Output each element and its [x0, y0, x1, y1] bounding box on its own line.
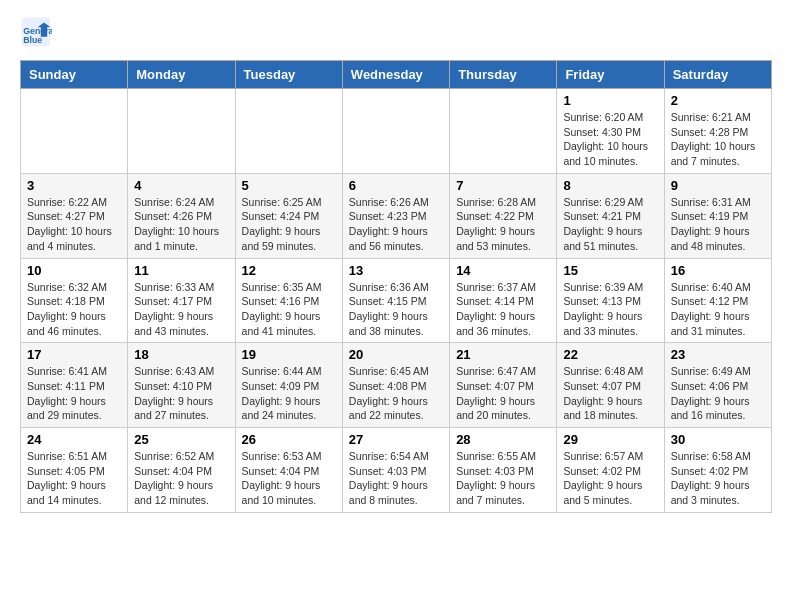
week-row-2: 3Sunrise: 6:22 AM Sunset: 4:27 PM Daylig… — [21, 173, 772, 258]
day-number: 7 — [456, 178, 550, 193]
day-number: 26 — [242, 432, 336, 447]
calendar-table: SundayMondayTuesdayWednesdayThursdayFrid… — [20, 60, 772, 513]
day-info: Sunrise: 6:48 AM Sunset: 4:07 PM Dayligh… — [563, 364, 657, 423]
day-number: 22 — [563, 347, 657, 362]
calendar-cell — [342, 89, 449, 174]
calendar-cell: 12Sunrise: 6:35 AM Sunset: 4:16 PM Dayli… — [235, 258, 342, 343]
calendar-cell: 27Sunrise: 6:54 AM Sunset: 4:03 PM Dayli… — [342, 428, 449, 513]
day-info: Sunrise: 6:36 AM Sunset: 4:15 PM Dayligh… — [349, 280, 443, 339]
day-number: 29 — [563, 432, 657, 447]
calendar-cell: 6Sunrise: 6:26 AM Sunset: 4:23 PM Daylig… — [342, 173, 449, 258]
week-row-5: 24Sunrise: 6:51 AM Sunset: 4:05 PM Dayli… — [21, 428, 772, 513]
day-number: 20 — [349, 347, 443, 362]
day-number: 11 — [134, 263, 228, 278]
calendar-cell — [128, 89, 235, 174]
calendar-cell: 23Sunrise: 6:49 AM Sunset: 4:06 PM Dayli… — [664, 343, 771, 428]
calendar-cell: 3Sunrise: 6:22 AM Sunset: 4:27 PM Daylig… — [21, 173, 128, 258]
calendar-cell: 4Sunrise: 6:24 AM Sunset: 4:26 PM Daylig… — [128, 173, 235, 258]
day-info: Sunrise: 6:20 AM Sunset: 4:30 PM Dayligh… — [563, 110, 657, 169]
day-info: Sunrise: 6:54 AM Sunset: 4:03 PM Dayligh… — [349, 449, 443, 508]
day-number: 25 — [134, 432, 228, 447]
day-number: 3 — [27, 178, 121, 193]
week-row-1: 1Sunrise: 6:20 AM Sunset: 4:30 PM Daylig… — [21, 89, 772, 174]
day-number: 16 — [671, 263, 765, 278]
calendar-cell: 14Sunrise: 6:37 AM Sunset: 4:14 PM Dayli… — [450, 258, 557, 343]
day-info: Sunrise: 6:45 AM Sunset: 4:08 PM Dayligh… — [349, 364, 443, 423]
calendar-cell: 7Sunrise: 6:28 AM Sunset: 4:22 PM Daylig… — [450, 173, 557, 258]
day-info: Sunrise: 6:37 AM Sunset: 4:14 PM Dayligh… — [456, 280, 550, 339]
calendar-cell: 18Sunrise: 6:43 AM Sunset: 4:10 PM Dayli… — [128, 343, 235, 428]
day-info: Sunrise: 6:24 AM Sunset: 4:26 PM Dayligh… — [134, 195, 228, 254]
calendar-cell: 2Sunrise: 6:21 AM Sunset: 4:28 PM Daylig… — [664, 89, 771, 174]
day-number: 10 — [27, 263, 121, 278]
calendar-cell: 16Sunrise: 6:40 AM Sunset: 4:12 PM Dayli… — [664, 258, 771, 343]
day-number: 5 — [242, 178, 336, 193]
weekday-header-sunday: Sunday — [21, 61, 128, 89]
calendar-cell: 9Sunrise: 6:31 AM Sunset: 4:19 PM Daylig… — [664, 173, 771, 258]
calendar-cell: 19Sunrise: 6:44 AM Sunset: 4:09 PM Dayli… — [235, 343, 342, 428]
day-number: 2 — [671, 93, 765, 108]
day-info: Sunrise: 6:25 AM Sunset: 4:24 PM Dayligh… — [242, 195, 336, 254]
weekday-header-row: SundayMondayTuesdayWednesdayThursdayFrid… — [21, 61, 772, 89]
day-number: 30 — [671, 432, 765, 447]
svg-text:Blue: Blue — [23, 35, 42, 45]
calendar-cell: 25Sunrise: 6:52 AM Sunset: 4:04 PM Dayli… — [128, 428, 235, 513]
day-number: 27 — [349, 432, 443, 447]
calendar-cell: 13Sunrise: 6:36 AM Sunset: 4:15 PM Dayli… — [342, 258, 449, 343]
day-info: Sunrise: 6:44 AM Sunset: 4:09 PM Dayligh… — [242, 364, 336, 423]
calendar-cell: 11Sunrise: 6:33 AM Sunset: 4:17 PM Dayli… — [128, 258, 235, 343]
day-number: 12 — [242, 263, 336, 278]
day-number: 4 — [134, 178, 228, 193]
page-container: General Blue SundayMondayTuesdayWednesda… — [0, 0, 792, 529]
day-number: 28 — [456, 432, 550, 447]
day-info: Sunrise: 6:22 AM Sunset: 4:27 PM Dayligh… — [27, 195, 121, 254]
day-number: 9 — [671, 178, 765, 193]
weekday-header-saturday: Saturday — [664, 61, 771, 89]
day-number: 19 — [242, 347, 336, 362]
day-info: Sunrise: 6:26 AM Sunset: 4:23 PM Dayligh… — [349, 195, 443, 254]
calendar-cell: 17Sunrise: 6:41 AM Sunset: 4:11 PM Dayli… — [21, 343, 128, 428]
calendar-cell: 20Sunrise: 6:45 AM Sunset: 4:08 PM Dayli… — [342, 343, 449, 428]
day-info: Sunrise: 6:49 AM Sunset: 4:06 PM Dayligh… — [671, 364, 765, 423]
calendar-cell: 24Sunrise: 6:51 AM Sunset: 4:05 PM Dayli… — [21, 428, 128, 513]
day-info: Sunrise: 6:39 AM Sunset: 4:13 PM Dayligh… — [563, 280, 657, 339]
weekday-header-wednesday: Wednesday — [342, 61, 449, 89]
day-number: 24 — [27, 432, 121, 447]
logo-icon: General Blue — [20, 16, 52, 48]
day-number: 21 — [456, 347, 550, 362]
day-info: Sunrise: 6:55 AM Sunset: 4:03 PM Dayligh… — [456, 449, 550, 508]
day-number: 14 — [456, 263, 550, 278]
day-number: 15 — [563, 263, 657, 278]
calendar-cell: 15Sunrise: 6:39 AM Sunset: 4:13 PM Dayli… — [557, 258, 664, 343]
day-info: Sunrise: 6:52 AM Sunset: 4:04 PM Dayligh… — [134, 449, 228, 508]
calendar-cell: 8Sunrise: 6:29 AM Sunset: 4:21 PM Daylig… — [557, 173, 664, 258]
calendar-cell — [235, 89, 342, 174]
logo: General Blue — [20, 16, 56, 48]
day-info: Sunrise: 6:33 AM Sunset: 4:17 PM Dayligh… — [134, 280, 228, 339]
calendar-cell: 29Sunrise: 6:57 AM Sunset: 4:02 PM Dayli… — [557, 428, 664, 513]
day-info: Sunrise: 6:21 AM Sunset: 4:28 PM Dayligh… — [671, 110, 765, 169]
weekday-header-monday: Monday — [128, 61, 235, 89]
calendar-cell: 28Sunrise: 6:55 AM Sunset: 4:03 PM Dayli… — [450, 428, 557, 513]
week-row-4: 17Sunrise: 6:41 AM Sunset: 4:11 PM Dayli… — [21, 343, 772, 428]
day-info: Sunrise: 6:29 AM Sunset: 4:21 PM Dayligh… — [563, 195, 657, 254]
calendar-cell — [450, 89, 557, 174]
day-number: 18 — [134, 347, 228, 362]
calendar-cell: 22Sunrise: 6:48 AM Sunset: 4:07 PM Dayli… — [557, 343, 664, 428]
day-info: Sunrise: 6:40 AM Sunset: 4:12 PM Dayligh… — [671, 280, 765, 339]
weekday-header-friday: Friday — [557, 61, 664, 89]
day-info: Sunrise: 6:28 AM Sunset: 4:22 PM Dayligh… — [456, 195, 550, 254]
weekday-header-thursday: Thursday — [450, 61, 557, 89]
calendar-cell: 30Sunrise: 6:58 AM Sunset: 4:02 PM Dayli… — [664, 428, 771, 513]
day-info: Sunrise: 6:47 AM Sunset: 4:07 PM Dayligh… — [456, 364, 550, 423]
day-info: Sunrise: 6:51 AM Sunset: 4:05 PM Dayligh… — [27, 449, 121, 508]
calendar-cell: 21Sunrise: 6:47 AM Sunset: 4:07 PM Dayli… — [450, 343, 557, 428]
week-row-3: 10Sunrise: 6:32 AM Sunset: 4:18 PM Dayli… — [21, 258, 772, 343]
day-number: 17 — [27, 347, 121, 362]
calendar-cell: 5Sunrise: 6:25 AM Sunset: 4:24 PM Daylig… — [235, 173, 342, 258]
day-info: Sunrise: 6:43 AM Sunset: 4:10 PM Dayligh… — [134, 364, 228, 423]
calendar-cell: 26Sunrise: 6:53 AM Sunset: 4:04 PM Dayli… — [235, 428, 342, 513]
page-header: General Blue — [20, 16, 772, 48]
day-number: 13 — [349, 263, 443, 278]
day-info: Sunrise: 6:53 AM Sunset: 4:04 PM Dayligh… — [242, 449, 336, 508]
